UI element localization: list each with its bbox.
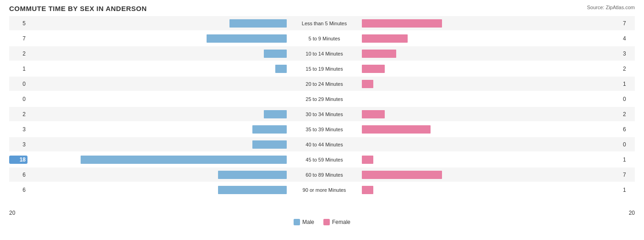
female-value: 6 bbox=[621, 126, 635, 133]
row-content: 30 to 34 Minutes bbox=[27, 107, 621, 121]
table-row: 1 15 to 19 Minutes 2 bbox=[9, 61, 635, 76]
female-value: 1 bbox=[621, 81, 635, 87]
table-row: 2 10 to 14 Minutes 3 bbox=[9, 46, 635, 61]
male-bar-area bbox=[27, 152, 288, 167]
male-bar bbox=[252, 125, 287, 134]
legend-female: Female bbox=[323, 219, 350, 225]
row-content: 10 to 14 Minutes bbox=[27, 46, 621, 61]
female-bar bbox=[362, 80, 373, 88]
row-content: 60 to 89 Minutes bbox=[27, 167, 621, 182]
axis-right: 20 bbox=[629, 210, 635, 216]
male-bar-area bbox=[27, 31, 288, 45]
row-label: 30 to 34 Minutes bbox=[288, 112, 361, 117]
row-content: 5 to 9 Minutes bbox=[27, 31, 621, 45]
table-row: 0 25 to 29 Minutes 0 bbox=[9, 92, 635, 106]
table-row: 3 35 to 39 Minutes 6 bbox=[9, 122, 635, 136]
legend-male-label: Male bbox=[302, 219, 314, 225]
female-bar bbox=[362, 171, 442, 179]
female-bar-area bbox=[361, 152, 621, 167]
legend-female-box bbox=[323, 219, 330, 225]
male-value: 1 bbox=[9, 66, 27, 72]
female-bar-area bbox=[361, 31, 621, 45]
row-label: 15 to 19 Minutes bbox=[288, 66, 361, 72]
chart-area: 5 Less than 5 Minutes 7 7 5 to 9 Minutes… bbox=[9, 16, 635, 209]
legend: Male Female bbox=[9, 219, 635, 225]
female-bar-area bbox=[361, 16, 621, 30]
table-row: 7 5 to 9 Minutes 4 bbox=[9, 31, 635, 45]
row-content: Less than 5 Minutes bbox=[27, 16, 621, 30]
female-bar bbox=[362, 125, 431, 134]
male-bar bbox=[275, 65, 287, 73]
male-bar-area bbox=[27, 46, 288, 61]
male-bar-area bbox=[27, 92, 288, 106]
legend-male-box bbox=[294, 219, 300, 225]
male-bar bbox=[264, 50, 287, 58]
row-content: 15 to 19 Minutes bbox=[27, 61, 621, 76]
table-row: 18 45 to 59 Minutes 1 bbox=[9, 152, 635, 167]
female-bar-area bbox=[361, 122, 621, 136]
chart-title: COMMUTE TIME BY SEX IN ANDERSON bbox=[9, 5, 635, 12]
male-value: 18 bbox=[9, 156, 27, 164]
male-value: 2 bbox=[9, 111, 27, 117]
table-row: 3 40 to 44 Minutes 0 bbox=[9, 137, 635, 151]
male-value: 0 bbox=[9, 81, 27, 87]
row-content: 20 to 24 Minutes bbox=[27, 77, 621, 91]
chart-container: COMMUTE TIME BY SEX IN ANDERSON Source: … bbox=[0, 0, 644, 240]
row-label: Less than 5 Minutes bbox=[288, 21, 361, 26]
female-value: 7 bbox=[621, 172, 635, 178]
axis-left: 20 bbox=[9, 210, 15, 216]
row-label: 90 or more Minutes bbox=[288, 187, 361, 193]
female-bar-area bbox=[361, 92, 621, 106]
row-content: 25 to 29 Minutes bbox=[27, 92, 621, 106]
female-bar bbox=[362, 110, 385, 118]
male-bar-area bbox=[27, 167, 288, 182]
male-value: 5 bbox=[9, 20, 27, 27]
female-bar bbox=[362, 65, 385, 73]
female-bar-area bbox=[361, 46, 621, 61]
female-bar-area bbox=[361, 107, 621, 121]
male-bar-area bbox=[27, 77, 288, 91]
female-value: 3 bbox=[621, 50, 635, 57]
female-bar bbox=[362, 34, 408, 43]
row-label: 40 to 44 Minutes bbox=[288, 142, 361, 147]
male-bar bbox=[218, 171, 287, 179]
female-bar bbox=[362, 19, 442, 28]
axis-labels: 20 20 bbox=[9, 210, 635, 216]
source-label: Source: ZipAtlas.com bbox=[587, 5, 635, 10]
female-value: 1 bbox=[621, 156, 635, 163]
male-bar-area bbox=[27, 16, 288, 30]
female-bar-area bbox=[361, 77, 621, 91]
legend-male: Male bbox=[294, 219, 314, 225]
female-bar-area bbox=[361, 61, 621, 76]
row-content: 90 or more Minutes bbox=[27, 183, 621, 197]
row-label: 25 to 29 Minutes bbox=[288, 96, 361, 102]
row-label: 5 to 9 Minutes bbox=[288, 36, 361, 41]
row-content: 45 to 59 Minutes bbox=[27, 152, 621, 167]
row-label: 10 to 14 Minutes bbox=[288, 51, 361, 56]
female-bar-area bbox=[361, 137, 621, 151]
table-row: 0 20 to 24 Minutes 1 bbox=[9, 77, 635, 91]
table-row: 6 90 or more Minutes 1 bbox=[9, 183, 635, 197]
female-bar bbox=[362, 50, 396, 58]
male-value: 7 bbox=[9, 35, 27, 42]
female-value: 0 bbox=[621, 141, 635, 148]
male-bar-area bbox=[27, 122, 288, 136]
female-bar bbox=[362, 186, 373, 194]
male-value: 6 bbox=[9, 172, 27, 178]
male-value: 3 bbox=[9, 141, 27, 148]
male-bar bbox=[218, 186, 287, 194]
row-content: 40 to 44 Minutes bbox=[27, 137, 621, 151]
table-row: 6 60 to 89 Minutes 7 bbox=[9, 167, 635, 182]
table-row: 5 Less than 5 Minutes 7 bbox=[9, 16, 635, 30]
male-bar bbox=[264, 110, 287, 118]
row-label: 20 to 24 Minutes bbox=[288, 81, 361, 87]
male-bar bbox=[81, 156, 287, 164]
female-bar bbox=[362, 156, 373, 164]
female-value: 2 bbox=[621, 66, 635, 72]
row-label: 35 to 39 Minutes bbox=[288, 127, 361, 132]
male-value: 2 bbox=[9, 50, 27, 57]
female-value: 7 bbox=[621, 20, 635, 27]
female-value: 4 bbox=[621, 35, 635, 42]
male-bar bbox=[229, 19, 287, 28]
table-row: 2 30 to 34 Minutes 2 bbox=[9, 107, 635, 121]
